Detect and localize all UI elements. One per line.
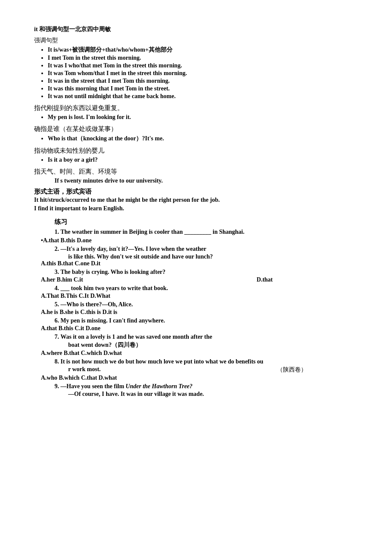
q5-q: —Who is there?—Oh, Alice. [61, 301, 133, 308]
q2-num: 2. [55, 246, 59, 252]
bullet1-item7: It was not until midnight that he came b… [48, 93, 358, 100]
bold6b-text: I find it important to learn English. [34, 205, 358, 212]
q7-q2-text: boat went down?（四川卷） [68, 342, 141, 348]
bullet1-item6: It was this morning that I met Tom in th… [48, 85, 358, 92]
q8-q2-text: r work most. [68, 366, 101, 374]
practice-item-9: 9. —Have you seen the film Under the Haw… [34, 383, 358, 390]
q3-answers-left: A.her B.him C.it [41, 276, 83, 283]
q4-answers: A.That B.This C.It D.What [41, 293, 358, 299]
q2-q2: is like this. Why don't we sit outside a… [68, 253, 358, 260]
q4-q: ___ took him two years to write that boo… [61, 285, 168, 291]
q8-num: 8. [55, 358, 59, 365]
title: it 和强调句型一北京四中周敏 [34, 26, 358, 33]
q3-num: 3. [55, 269, 59, 275]
q4-num: 4. [55, 285, 59, 291]
section5-label: 指天气、时间、距离、环境等 [34, 168, 358, 176]
q7-answers: A.where B.that C.which D.what [41, 350, 358, 357]
bullets1-list: It is/was+被强调部分+that/who/whom+其他部分 I met… [48, 46, 358, 100]
q5-num: 5. [55, 301, 59, 308]
q9-q2: —Of course, I have. It was in our villag… [68, 391, 358, 398]
q6-answers: A.that B.this C.it D.one [41, 325, 358, 332]
q9-q2-text: —Of course, I have. It was in our villag… [68, 391, 204, 397]
q8-answers: A.who B.which C.that D.what [41, 375, 358, 381]
practice-item-3: 3. The baby is crying. Who is looking af… [34, 269, 358, 276]
q7-q1: Was it on a lovely is 1 and he was saved… [61, 334, 212, 340]
q7-q2: boat went down?（四川卷） [68, 341, 358, 349]
bullet3-item1: Who is that（knocking at the door）?It's m… [48, 135, 358, 142]
q6-q: My pen is missing. I can't find anywhere… [61, 317, 165, 324]
practice-item-8: 8. It is not how much we do but how much… [34, 358, 358, 365]
q5-answers: A.he is B.she is C.this is D.it is [41, 309, 358, 316]
q6-num: 6. [55, 317, 59, 324]
bullet1-item3: It was I who/that met Tom in the street … [48, 62, 358, 69]
bullets2-list: My pen is lost. I'm looking for it. [48, 114, 358, 121]
practice-item-1: 1. The weather in summer in Beijing is c… [34, 229, 358, 235]
q3-answers-right: D.that [257, 276, 273, 283]
q8-note: （陕西卷） [277, 366, 307, 374]
indent5-text: If s twenty minutes drive to our univers… [55, 177, 358, 184]
page-container: it 和强调句型一北京四中周敏 强调句型 It is/was+被强调部分+tha… [34, 26, 358, 398]
q9-italic: Under the Hawthorn Tree? [126, 383, 193, 389]
practice-item-4: 4. ___ took him two years to write that … [34, 285, 358, 292]
q7-num: 7. [55, 334, 59, 340]
bold6a-text: It hit/struck/occurred to me that he mig… [34, 197, 358, 203]
q1-num: 1. [55, 229, 59, 235]
q1-q: The weather in summer in Beijing is cool… [61, 229, 245, 235]
section2-label: 指代刚提到的东西以避免重复。 [34, 104, 358, 112]
q2-q1: —It's a lovely day, isn't it?—Yes. I lov… [61, 246, 206, 252]
bullet1-item5: It was in the street that I met Tom this… [48, 78, 358, 84]
section1-label: 强调句型 [34, 37, 358, 44]
q2-answers: A.this B.that C.one D.it [41, 260, 358, 267]
q3-answers-row: A.her B.him C.it D.that [41, 276, 358, 283]
q8-q1: It is not how much we do but how much lo… [61, 358, 263, 365]
q1-answers: •A.that B.this D.one [41, 237, 358, 244]
q8-q2-row: r work most. （陕西卷） [68, 366, 358, 374]
section6-label: 形式主语，形式宾语 [34, 188, 358, 196]
practice-item-5: 5. —Who is there?—Oh, Alice. [34, 301, 358, 308]
q3-q: The baby is crying. Who is looking after… [61, 269, 165, 275]
bullet4-item1: Is it a boy or a girl? [48, 157, 358, 163]
q9-q1: —Have you seen the film [61, 383, 126, 389]
bullet1-item2: I met Tom in the street this morning. [48, 55, 358, 61]
practice-item-7: 7. Was it on a lovely is 1 and he was sa… [34, 334, 358, 340]
q9-num: 9. [55, 383, 59, 389]
practice-item-6: 6. My pen is missing. I can't find anywh… [34, 317, 358, 324]
bullets3-list: Who is that（knocking at the door）?It's m… [48, 135, 358, 142]
bullets4-list: Is it a boy or a girl? [48, 157, 358, 163]
practice-item-2: 2. —It's a lovely day, isn't it?—Yes. I … [34, 246, 358, 253]
practice-heading: 练习 [55, 218, 358, 226]
section4-label: 指动物或未知性别的婴儿 [34, 147, 358, 155]
bullet1-item4: It was Tom whom/that I met in the street… [48, 70, 358, 77]
bullet1-item1: It is/was+被强调部分+that/who/whom+其他部分 [48, 46, 358, 54]
section3-label: 确指是谁（在某处或做某事） [34, 125, 358, 133]
bullet2-item1: My pen is lost. I'm looking for it. [48, 114, 358, 121]
